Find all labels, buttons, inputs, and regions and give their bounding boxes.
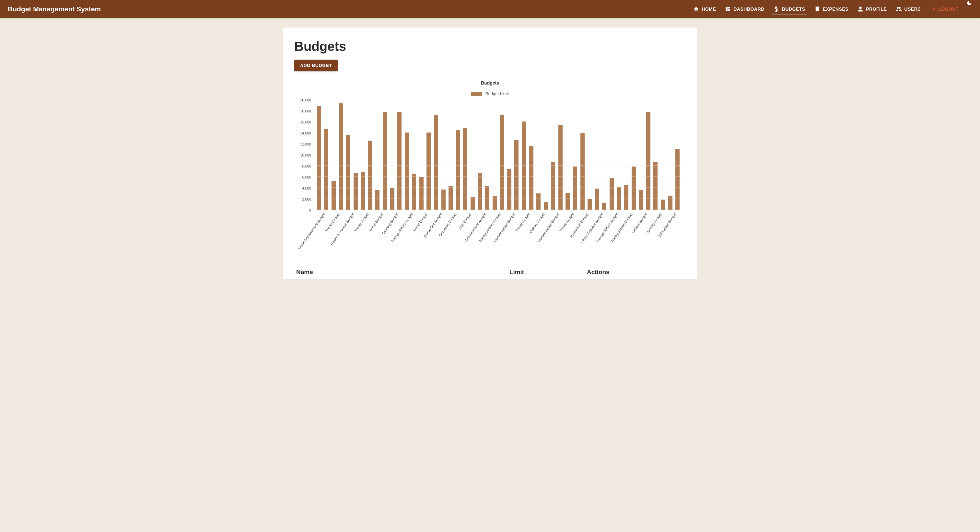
chart-bar[interactable] — [339, 103, 343, 210]
chart-y-tick: 18,000 — [300, 109, 311, 113]
chart-bar-slot — [637, 100, 644, 210]
chart-y-tick: 14,000 — [300, 131, 311, 135]
theme-toggle[interactable] — [966, 0, 972, 18]
chart-bar[interactable] — [507, 169, 511, 210]
chart-bar[interactable] — [375, 190, 380, 210]
nav-home-label: HOME — [702, 6, 716, 12]
nav-budgets[interactable]: BUDGETS — [769, 0, 810, 18]
chart-bar[interactable] — [653, 162, 657, 210]
chart-bar[interactable] — [485, 186, 489, 210]
chart-bar-slot — [593, 100, 601, 210]
nav-expenses[interactable]: EXPENSES — [810, 0, 853, 18]
chart-bar-slot — [491, 100, 498, 210]
chart-gridline — [314, 111, 682, 111]
add-budget-button[interactable]: ADD BUDGET — [294, 60, 338, 71]
chart-gridline — [314, 155, 682, 155]
table-col-limit: Limit — [509, 268, 587, 276]
nav-dashboard[interactable]: DASHBOARD — [721, 0, 769, 18]
chart-bar[interactable] — [324, 129, 328, 210]
chart-title: Budgets — [294, 80, 686, 86]
nav-home[interactable]: HOME — [689, 0, 721, 18]
chart-bar-slot — [528, 100, 535, 210]
chart-bar[interactable] — [514, 140, 519, 210]
table-col-actions: Actions — [587, 268, 684, 276]
chart-bar[interactable] — [478, 173, 482, 210]
chart-bar[interactable] — [529, 146, 533, 210]
chart-bar[interactable] — [463, 128, 467, 210]
chart-bar[interactable] — [331, 181, 336, 210]
chart-bar[interactable] — [500, 115, 504, 210]
nav-users[interactable]: USERS — [891, 0, 925, 18]
chart-gridline — [314, 100, 682, 100]
nav-logout[interactable]: LOGOUT — [925, 0, 963, 18]
chart-bar-slot — [498, 100, 506, 210]
nav-profile[interactable]: PROFILE — [853, 0, 891, 18]
nav-expenses-label: EXPENSES — [823, 6, 848, 12]
chart-bar-slot — [462, 100, 469, 210]
chart-bar-slot — [315, 100, 323, 210]
chart-bar[interactable] — [544, 202, 548, 210]
chart-bar[interactable] — [675, 149, 679, 210]
chart-bar[interactable] — [412, 174, 416, 210]
chart-bar-slot — [418, 100, 425, 210]
chart-bar-slot — [403, 100, 410, 210]
chart-x-labels: Home Improvement BudgetTravel BudgetHeal… — [314, 210, 682, 259]
chart-bar[interactable] — [361, 172, 365, 210]
chart-area: 02,0004,0006,0008,00010,00012,00014,0001… — [294, 100, 686, 210]
chart: Budgets Budget Limit 02,0004,0006,0008,0… — [294, 80, 686, 259]
chart-bar[interactable] — [668, 196, 672, 210]
chart-bar-slot — [366, 100, 374, 210]
chart-bar[interactable] — [632, 167, 636, 210]
home-icon — [693, 6, 699, 12]
chart-bars — [314, 100, 682, 210]
chart-bar[interactable] — [587, 199, 592, 210]
logout-icon — [930, 6, 935, 12]
chart-bar-slot — [535, 100, 542, 210]
page: Budgets ADD BUDGET Budgets Budget Limit … — [276, 27, 704, 292]
chart-bar[interactable] — [397, 112, 401, 210]
nav-profile-label: PROFILE — [866, 6, 887, 12]
chart-bar[interactable] — [558, 125, 563, 210]
chart-gridline — [314, 210, 682, 210]
chart-bar[interactable] — [353, 173, 358, 210]
nav-logout-label: LOGOUT — [938, 6, 959, 12]
chart-bar-slot — [447, 100, 454, 210]
chart-x-label: Home Improvement Budget — [297, 212, 325, 250]
chart-gridline — [314, 144, 682, 144]
chart-bar[interactable] — [573, 167, 577, 210]
chart-bar-slot — [359, 100, 366, 210]
chart-bar[interactable] — [456, 130, 460, 210]
chart-bar[interactable] — [536, 194, 541, 210]
nav-budgets-label: BUDGETS — [782, 6, 805, 12]
chart-bar[interactable] — [595, 189, 599, 210]
brand-title: Budget Management System — [8, 5, 101, 13]
chart-bar[interactable] — [441, 189, 445, 210]
chart-bar[interactable] — [449, 186, 453, 210]
chart-bar[interactable] — [661, 200, 665, 210]
chart-bar[interactable] — [565, 193, 570, 210]
chart-bar[interactable] — [493, 196, 497, 210]
chart-gridline — [314, 176, 682, 177]
card: Budgets ADD BUDGET Budgets Budget Limit … — [283, 27, 697, 279]
chart-bar-slot — [667, 100, 674, 210]
chart-bar[interactable] — [383, 112, 387, 210]
chart-bar[interactable] — [609, 178, 614, 210]
chart-bar-slot — [579, 100, 586, 210]
chart-bar[interactable] — [639, 190, 643, 210]
chart-bar[interactable] — [419, 176, 423, 210]
chart-bar-slot — [659, 100, 667, 210]
chart-bar[interactable] — [602, 203, 606, 210]
chart-bar[interactable] — [646, 112, 651, 210]
chart-bar-slot — [454, 100, 462, 210]
chart-bar[interactable] — [368, 141, 372, 210]
chart-bar-slot — [644, 100, 652, 210]
chart-bar-slot — [432, 100, 440, 210]
chart-bar[interactable] — [551, 162, 555, 210]
table-col-name: Name — [296, 268, 509, 276]
chart-legend[interactable]: Budget Limit — [294, 91, 686, 96]
chart-bar[interactable] — [434, 115, 438, 210]
chart-bar[interactable] — [624, 185, 628, 210]
table-header: Name Limit Actions — [294, 268, 686, 276]
chart-bar-slot — [557, 100, 564, 210]
chart-y-tick: 4,000 — [302, 186, 311, 190]
